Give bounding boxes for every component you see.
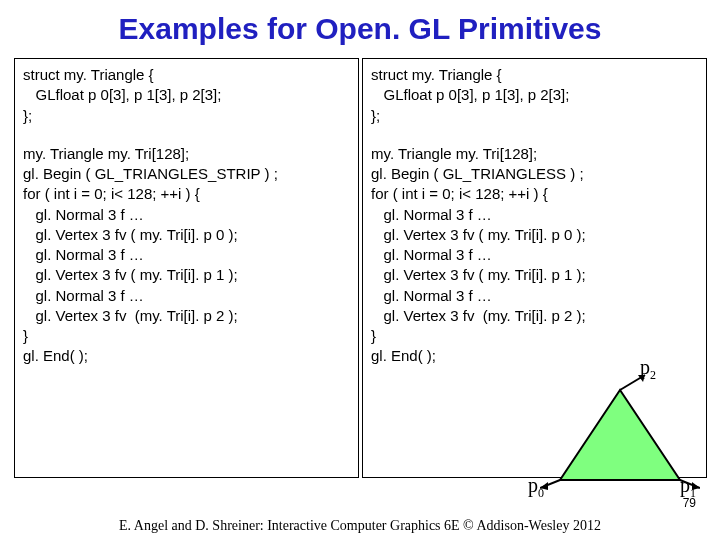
left-struct-block: struct my. Triangle { GLfloat p 0[3], p … <box>23 65 350 126</box>
code-panel-left: struct my. Triangle { GLfloat p 0[3], p … <box>14 58 359 478</box>
page-number: 79 <box>683 496 696 510</box>
vertex-label-p2: p2 <box>640 356 656 383</box>
triangle-icon <box>540 370 700 490</box>
footer-citation: E. Angel and D. Shreiner: Interactive Co… <box>0 518 720 534</box>
triangle-diagram: p2 p0 p1 <box>540 370 700 490</box>
left-render-block: my. Triangle my. Tri[128]; gl. Begin ( G… <box>23 144 350 367</box>
right-struct-block: struct my. Triangle { GLfloat p 0[3], p … <box>371 65 698 126</box>
svg-marker-0 <box>560 390 680 480</box>
right-render-block: my. Triangle my. Tri[128]; gl. Begin ( G… <box>371 144 698 367</box>
vertex-label-p0: p0 <box>528 474 544 501</box>
slide-title: Examples for Open. GL Primitives <box>0 12 720 46</box>
